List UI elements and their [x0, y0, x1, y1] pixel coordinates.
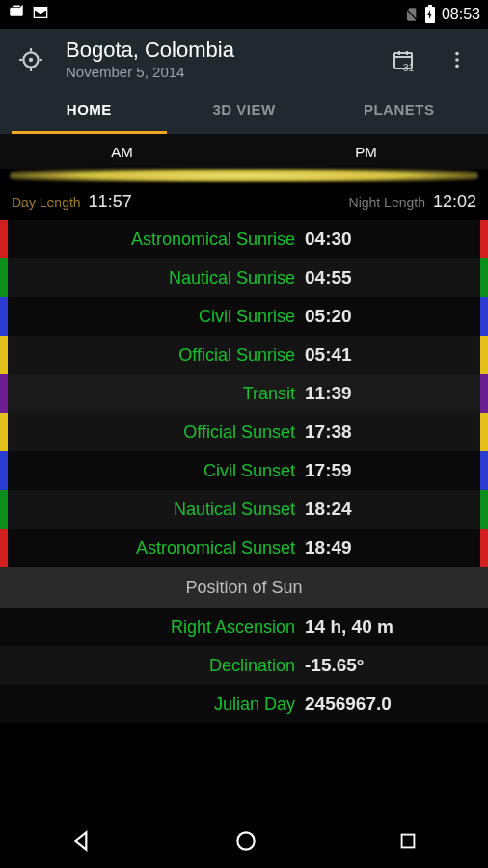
length-row: Day Length 11:57 Night Length 12:02 — [0, 186, 488, 220]
event-row[interactable]: Nautical Sunset18:24 — [0, 490, 488, 529]
row-color-stripe — [0, 336, 8, 374]
download-icon — [8, 4, 25, 25]
pm-label: PM — [244, 144, 488, 160]
row-color-stripe — [480, 529, 488, 567]
event-row[interactable]: Official Sunset17:38 — [0, 413, 488, 451]
event-value: 17:59 — [305, 460, 488, 481]
event-value: 05:41 — [305, 344, 488, 366]
status-bar: 08:53 — [0, 0, 488, 29]
tab-bar: HOME 3D VIEW PLANETS — [12, 88, 476, 134]
content-scroll[interactable]: AM PM Day Length 11:57 Night Length 12:0… — [0, 134, 488, 842]
svg-point-14 — [455, 58, 459, 62]
event-value: 18:24 — [305, 499, 488, 520]
position-row[interactable]: Declination-15.65° — [0, 646, 488, 685]
night-length-label: Night Length — [349, 195, 425, 210]
row-color-stripe — [0, 413, 8, 451]
event-label: Official Sunrise — [0, 345, 305, 366]
event-value: 11:39 — [305, 383, 488, 404]
position-value: -15.65° — [305, 655, 488, 676]
location-block[interactable]: Bogota, Colombia November 5, 2014 — [66, 39, 368, 80]
daylight-gradient-bar — [10, 169, 478, 182]
nav-home-button[interactable] — [233, 828, 258, 854]
row-color-stripe — [0, 258, 8, 297]
status-time: 08:53 — [442, 6, 480, 23]
row-color-stripe — [480, 297, 488, 336]
app-bar: Bogota, Colombia November 5, 2014 31 HOM… — [0, 29, 488, 134]
calendar-day-number: 31 — [403, 63, 414, 73]
am-label: AM — [0, 144, 244, 160]
android-nav-bar — [0, 814, 488, 868]
position-value: 2456967.0 — [305, 693, 488, 715]
position-value: 14 h, 40 m — [305, 616, 488, 637]
day-length-value: 11:57 — [89, 192, 132, 212]
nav-back-button[interactable] — [69, 828, 95, 854]
row-color-stripe — [0, 297, 8, 336]
svg-point-4 — [29, 57, 33, 61]
ampm-row: AM PM — [0, 134, 488, 169]
overflow-menu-button[interactable] — [438, 41, 476, 79]
position-row[interactable]: Right Ascension14 h, 40 m — [0, 608, 488, 646]
event-row[interactable]: Civil Sunrise05:20 — [0, 297, 488, 336]
tab-home[interactable]: HOME — [12, 88, 167, 134]
row-color-stripe — [480, 258, 488, 297]
tab-3d-view[interactable]: 3D VIEW — [167, 88, 322, 134]
event-row[interactable]: Astronomical Sunrise04:30 — [0, 220, 488, 258]
svg-point-16 — [237, 832, 254, 849]
event-label: Official Sunset — [0, 422, 305, 443]
row-color-stripe — [0, 451, 8, 490]
event-row[interactable]: Nautical Sunrise04:55 — [0, 258, 488, 297]
row-color-stripe — [480, 220, 488, 258]
event-row[interactable]: Astronomical Sunset18:49 — [0, 529, 488, 567]
row-color-stripe — [0, 529, 8, 567]
event-label: Astronomical Sunrise — [0, 230, 305, 250]
event-row[interactable]: Transit11:39 — [0, 374, 488, 413]
event-value: 05:20 — [305, 306, 488, 327]
svg-point-15 — [455, 64, 459, 68]
location-date: November 5, 2014 — [66, 64, 368, 80]
event-value: 04:55 — [305, 267, 488, 288]
locate-button[interactable] — [12, 41, 50, 79]
location-title: Bogota, Colombia — [66, 39, 368, 62]
row-color-stripe — [0, 220, 8, 258]
svg-point-13 — [455, 51, 459, 55]
event-value: 18:49 — [305, 537, 488, 558]
row-color-stripe — [0, 374, 8, 413]
day-length-label: Day Length — [12, 195, 81, 210]
event-label: Nautical Sunset — [0, 500, 305, 520]
position-label: Right Ascension — [0, 617, 305, 637]
event-value: 04:30 — [305, 229, 488, 250]
night-length-value: 12:02 — [433, 192, 476, 212]
event-label: Civil Sunrise — [0, 307, 305, 327]
event-label: Astronomical Sunset — [0, 538, 305, 558]
event-value: 17:38 — [305, 421, 488, 443]
row-color-stripe — [0, 490, 8, 529]
row-color-stripe — [480, 413, 488, 451]
row-color-stripe — [480, 374, 488, 413]
mail-icon — [31, 5, 50, 24]
position-label: Declination — [0, 656, 305, 676]
event-row[interactable]: Civil Sunset17:59 — [0, 451, 488, 490]
position-row[interactable]: Julian Day2456967.0 — [0, 685, 488, 723]
event-label: Transit — [0, 384, 305, 404]
row-color-stripe — [480, 490, 488, 529]
event-row[interactable]: Official Sunrise05:41 — [0, 336, 488, 374]
tab-planets[interactable]: PLANETS — [321, 88, 476, 134]
calendar-button[interactable]: 31 — [384, 41, 422, 79]
no-sim-icon — [403, 6, 419, 23]
event-label: Civil Sunset — [0, 461, 305, 481]
nav-recents-button[interactable] — [397, 830, 419, 852]
svg-rect-17 — [402, 835, 415, 848]
position-label: Julian Day — [0, 694, 305, 715]
row-color-stripe — [480, 336, 488, 374]
row-color-stripe — [480, 451, 488, 490]
svg-rect-2 — [428, 5, 432, 7]
event-label: Nautical Sunrise — [0, 268, 305, 288]
battery-charging-icon — [424, 5, 436, 24]
position-section-header: Position of Sun — [0, 567, 488, 608]
